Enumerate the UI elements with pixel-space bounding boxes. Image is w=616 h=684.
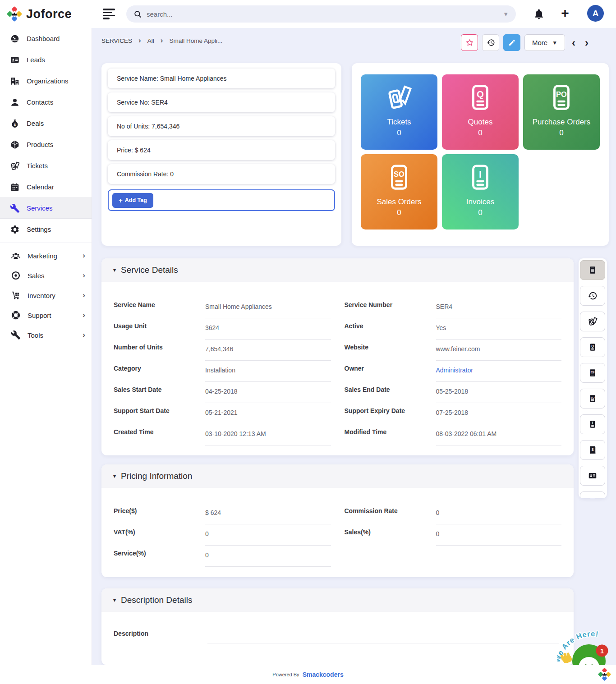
breadcrumb-view[interactable]: All [147, 37, 154, 44]
sidebar-item-marketing[interactable]: Marketing › [0, 246, 92, 266]
sidebar-item-organizations[interactable]: Organizations [0, 70, 92, 92]
description-details-section: ▾ Description Details Description [101, 588, 574, 665]
collapse-caret-icon: ▾ [113, 473, 116, 479]
service-details-header[interactable]: ▾ Service Details [101, 258, 574, 282]
price-books-icon: $ [588, 445, 598, 455]
tag-input-area[interactable]: + Add Tag [108, 189, 335, 211]
field-row: Support Start Date05-21-2021 [114, 403, 331, 424]
owner-link[interactable]: Administrator [436, 361, 562, 382]
svg-text:I: I [479, 169, 482, 180]
purchase-orders-icon: PO [588, 368, 598, 378]
pricing-information-header[interactable]: ▾ Pricing Information [101, 464, 574, 488]
rail-price-books-button[interactable]: $ [580, 440, 605, 460]
rail-contacts-button[interactable] [580, 466, 605, 486]
favorite-star-button[interactable] [461, 34, 478, 51]
contacts-icon [10, 97, 20, 107]
tickets-icon [588, 317, 598, 326]
chevron-right-icon: › [138, 36, 141, 45]
field-row: Commission Rate0 [345, 503, 562, 524]
related-tile-quotes[interactable]: Q Quotes 0 [442, 74, 519, 150]
chevron-right-icon: › [83, 291, 85, 300]
search-icon [133, 10, 142, 18]
organizations-icon [10, 76, 20, 86]
sidebar-nav: Dashboard Leads Organizations Contacts $… [0, 28, 92, 665]
field-row: Sales End Date05-25-2018 [345, 382, 562, 403]
sidebar-item-settings[interactable]: Settings [0, 219, 92, 240]
top-bar: Joforce ▼ + A [0, 0, 616, 28]
sidebar-item-tools[interactable]: Tools › [0, 325, 92, 345]
rail-sales-orders-button[interactable]: SO [580, 389, 605, 409]
add-tag-button[interactable]: + Add Tag [112, 193, 153, 208]
field-value: 05-25-2018 [436, 382, 562, 403]
rail-invoices-button[interactable]: I [580, 414, 605, 434]
sidebar-item-calendar[interactable]: Calendar [0, 176, 92, 197]
svg-text:Q: Q [477, 89, 484, 99]
user-avatar[interactable]: A [587, 5, 604, 22]
sidebar-item-support[interactable]: Support › [0, 305, 92, 325]
field-value: 0 [436, 503, 562, 524]
field-row: Number of Units7,654,346 [114, 340, 331, 361]
field-row: Sales Start Date04-25-2018 [114, 382, 331, 403]
rail-quotes-button[interactable]: Q [580, 337, 605, 357]
sidebar-item-contacts[interactable]: Contacts [0, 92, 92, 113]
search-input[interactable] [147, 10, 503, 18]
menu-icon[interactable] [103, 9, 115, 20]
breadcrumb-record: Small Home Appli... [169, 37, 222, 44]
field-row: Created Time03-10-2020 12:13 AM [114, 424, 331, 445]
related-tile-tickets[interactable]: Tickets 0 [361, 74, 437, 150]
smackcoders-link[interactable]: Smackcoders [303, 671, 344, 678]
next-record-button[interactable]: › [582, 37, 591, 49]
rail-tickets-button[interactable] [580, 312, 605, 331]
service-details-section: ▾ Service Details Service NameSmall Home… [101, 258, 574, 455]
sidebar-item-tickets[interactable]: Tickets [0, 155, 92, 176]
breadcrumb-module[interactable]: SERVICES [101, 37, 132, 44]
deals-icon: $ [10, 119, 20, 129]
pricing-information-section: ▾ Pricing Information Price($)$ 624 VAT(… [101, 464, 574, 577]
field-value: 03-10-2020 12:13 AM [205, 424, 331, 445]
rail-record-summary-button[interactable] [580, 260, 605, 280]
purchase-orders-doc-icon: PO [547, 84, 575, 112]
sidebar-item-dashboard[interactable]: Dashboard [0, 28, 92, 49]
summary-commission-rate: Commission Rate: 0 [108, 164, 335, 184]
rail-purchase-orders-button[interactable]: PO [580, 363, 605, 383]
related-tile-purchase-orders[interactable]: PO Purchase Orders 0 [523, 74, 600, 150]
history-button[interactable] [482, 34, 499, 51]
sidebar-item-products[interactable]: Products [0, 134, 92, 155]
marketing-icon [11, 251, 21, 261]
description-details-header[interactable]: ▾ Description Details [101, 588, 574, 612]
dashboard-icon [10, 34, 20, 44]
svg-text:$: $ [14, 122, 16, 126]
more-button[interactable]: More ▼ [524, 34, 565, 51]
svg-text:PO: PO [591, 371, 595, 373]
related-tile-sales-orders[interactable]: SO Sales Orders 0 [361, 154, 437, 230]
sidebar-item-sales[interactable]: Sales › [0, 266, 92, 285]
main-content: SERVICES › All › Small Home Appli... Mor… [92, 28, 616, 665]
sidebar-item-deals[interactable]: $ Deals [0, 113, 92, 134]
bell-icon[interactable] [533, 8, 545, 20]
dropdown-caret-icon[interactable]: ▼ [503, 11, 509, 18]
field-value: 0 [205, 524, 331, 546]
sidebar-item-leads[interactable]: Leads [0, 49, 92, 70]
field-row: Service NumberSER4 [345, 297, 562, 318]
sidebar-item-services[interactable]: Services [0, 197, 92, 219]
field-row: Service(%)0 [114, 546, 331, 567]
quick-create-plus-icon[interactable]: + [559, 6, 571, 18]
sidebar-item-inventory[interactable]: Inventory › [0, 285, 92, 305]
sales-orders-doc-icon: SO [385, 164, 413, 192]
description-value [207, 630, 559, 643]
history-icon [588, 291, 598, 301]
sales-icon [11, 271, 21, 280]
svg-text:SO: SO [591, 396, 595, 399]
previous-record-button[interactable]: ‹ [569, 37, 578, 49]
joforce-diamond-logo [598, 667, 611, 681]
field-value: SER4 [436, 297, 562, 318]
related-shortcuts-rail: Q PO SO I $ [579, 258, 607, 498]
field-row: OwnerAdministrator [345, 361, 562, 382]
chat-widget[interactable]: We Are Here! 1 [557, 625, 616, 666]
joforce-logo[interactable]: Joforce [6, 6, 72, 22]
rail-history-button[interactable] [580, 286, 605, 306]
related-tile-invoices[interactable]: I Invoices 0 [442, 154, 519, 230]
rail-more-related-button[interactable] [580, 491, 605, 498]
joforce-diamond-icon [6, 6, 23, 22]
edit-button[interactable] [503, 34, 520, 51]
